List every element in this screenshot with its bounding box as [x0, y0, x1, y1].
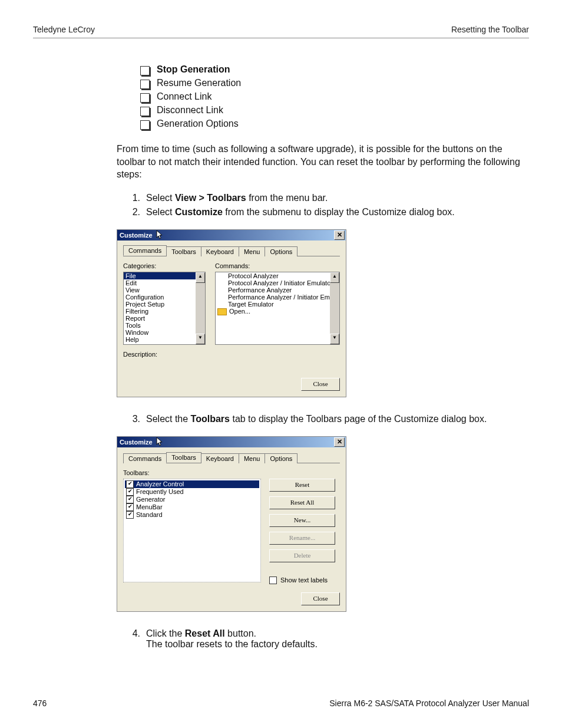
bullet-icon: [140, 80, 150, 89]
scroll-down-icon[interactable]: ▼: [330, 334, 339, 344]
scroll-up-icon[interactable]: ▲: [330, 272, 339, 283]
list-item[interactable]: Configuration: [124, 294, 205, 301]
list-item[interactable]: ✔Analyzer Control: [125, 480, 259, 488]
list-item[interactable]: ✔Standard: [125, 511, 259, 519]
step-text: Select Customize from the submenu to dis…: [146, 207, 523, 218]
list-item[interactable]: View: [124, 286, 205, 294]
checkbox-icon[interactable]: ✔: [126, 480, 134, 488]
list-item[interactable]: Filtering: [124, 308, 205, 315]
scroll-up-icon[interactable]: ▲: [196, 272, 205, 283]
rename-button: Rename...: [269, 532, 335, 545]
bullet-text: Stop Generation: [157, 64, 230, 75]
tab-toolbars[interactable]: Toolbars: [166, 452, 201, 463]
categories-label: Categories:: [123, 262, 206, 269]
header-right: Resetting the Toolbar: [451, 25, 529, 34]
step-number: 2.: [127, 207, 140, 218]
header-left: Teledyne LeCroy: [33, 25, 95, 34]
step-number: 4.: [127, 628, 140, 650]
cursor-icon: [156, 437, 164, 447]
list-item[interactable]: ✔Generator: [125, 496, 259, 503]
checkbox-icon[interactable]: [269, 577, 277, 584]
categories-listbox[interactable]: File Edit View Configuration Project Set…: [123, 272, 206, 345]
delete-button: Delete: [269, 549, 335, 562]
step-text: Select View > Toolbars from the menu bar…: [146, 193, 523, 203]
command-icon: [217, 302, 226, 308]
step-text: Select the Toolbars tab to display the T…: [146, 414, 523, 424]
tab-keyboard[interactable]: Keyboard: [201, 453, 239, 463]
bullet-text: Resume Generation: [157, 78, 241, 88]
list-item[interactable]: Tools: [124, 322, 205, 329]
command-icon: [217, 288, 226, 294]
list-item[interactable]: ✔Frequently Used: [125, 488, 259, 496]
tab-commands[interactable]: Commands: [123, 245, 167, 256]
scrollbar[interactable]: ▲ ▼: [196, 272, 205, 344]
close-icon[interactable]: ✕: [334, 437, 345, 447]
toolbars-listbox[interactable]: ✔Analyzer Control ✔Frequently Used ✔Gene…: [123, 479, 261, 582]
checkbox-icon[interactable]: ✔: [126, 496, 134, 503]
tab-commands[interactable]: Commands: [123, 453, 167, 463]
checkbox-icon[interactable]: ✔: [126, 488, 134, 496]
close-icon[interactable]: ✕: [334, 230, 345, 240]
list-item[interactable]: Open...: [216, 308, 339, 315]
list-item[interactable]: Project Setup: [124, 301, 205, 308]
bullet-text: Generation Options: [157, 118, 239, 129]
reset-all-button[interactable]: Reset All: [269, 496, 335, 509]
toolbars-label: Toolbars:: [123, 469, 340, 476]
list-item[interactable]: Protocol Analyzer: [216, 272, 339, 279]
list-item[interactable]: Performance Analyzer: [216, 286, 339, 294]
reset-button[interactable]: Reset: [269, 479, 335, 492]
bullet-icon: [140, 107, 150, 116]
tab-menu[interactable]: Menu: [239, 246, 266, 256]
show-text-labels[interactable]: Show text labels: [269, 577, 340, 584]
bullet-icon: [140, 93, 150, 103]
scroll-down-icon[interactable]: ▼: [196, 334, 205, 344]
bullet-list: Stop Generation Resume Generation Connec…: [117, 64, 523, 130]
list-item[interactable]: Report: [124, 315, 205, 322]
list-item[interactable]: Help: [124, 336, 205, 343]
list-item[interactable]: Edit: [124, 279, 205, 286]
customize-dialog-commands: Customize ✕ Commands Toolbars Keyboard M…: [117, 229, 346, 397]
list-item[interactable]: Performance Analyzer / Initiator Em: [216, 294, 339, 301]
bullet-text: Connect Link: [157, 91, 211, 102]
checkbox-icon[interactable]: ✔: [126, 503, 134, 511]
commands-listbox[interactable]: Protocol Analyzer Protocol Analyzer / In…: [215, 272, 340, 345]
checkbox-icon[interactable]: ✔: [126, 511, 134, 519]
tab-menu[interactable]: Menu: [239, 453, 266, 463]
tab-bar: Commands Toolbars Keyboard Menu Options: [123, 452, 340, 463]
tab-options[interactable]: Options: [265, 246, 297, 256]
customize-dialog-toolbars: Customize ✕ Commands Toolbars Keyboard M…: [117, 436, 346, 612]
tab-keyboard[interactable]: Keyboard: [201, 246, 239, 256]
manual-title: Sierra M6-2 SAS/SATA Protocol Analyzer U…: [329, 699, 529, 708]
commands-label: Commands:: [215, 262, 340, 269]
step-number: 3.: [127, 414, 140, 424]
new-button[interactable]: New...: [269, 514, 335, 527]
bullet-icon: [140, 120, 150, 130]
command-icon: [217, 295, 226, 301]
command-icon: [217, 274, 226, 279]
dialog-title: Customize: [120, 439, 153, 446]
dialog-title: Customize: [120, 232, 153, 239]
cursor-icon: [156, 230, 164, 241]
page-number: 476: [33, 699, 47, 708]
description-box: [161, 351, 340, 370]
scrollbar[interactable]: ▲ ▼: [330, 272, 339, 344]
tab-bar: Commands Toolbars Keyboard Menu Options: [123, 245, 340, 256]
bullet-text: Disconnect Link: [157, 105, 223, 116]
close-button[interactable]: Close: [301, 378, 340, 391]
list-item[interactable]: File: [124, 272, 205, 279]
list-item[interactable]: Target Emulator: [216, 301, 339, 308]
intro-paragraph: From time to time (such as following a s…: [117, 143, 523, 181]
step-text: Click the Reset All button. The toolbar …: [146, 628, 523, 650]
open-icon: [217, 308, 227, 315]
close-button[interactable]: Close: [301, 592, 340, 605]
bullet-icon: [140, 66, 150, 75]
list-item[interactable]: ✔MenuBar: [125, 503, 259, 511]
list-item[interactable]: Window: [124, 329, 205, 336]
step-number: 1.: [127, 193, 140, 203]
tab-toolbars[interactable]: Toolbars: [166, 246, 201, 256]
description-label: Description:: [123, 351, 161, 358]
command-icon: [217, 281, 226, 286]
tab-options[interactable]: Options: [265, 453, 297, 463]
list-item[interactable]: Protocol Analyzer / Initiator Emulato: [216, 279, 339, 286]
